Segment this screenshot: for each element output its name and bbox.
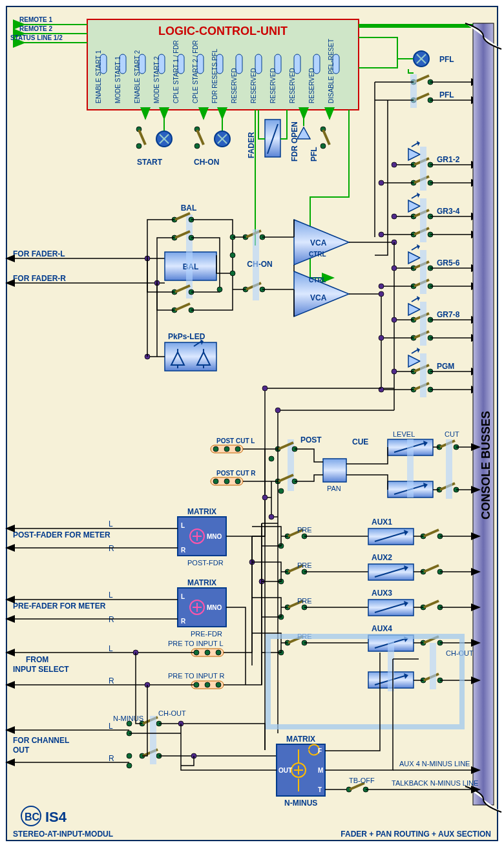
svg-point-157 (269, 456, 274, 461)
svg-text:MODE START 2: MODE START 2 (153, 56, 160, 103)
svg-text:TALKBACK N-MINUS LINE: TALKBACK N-MINUS LINE (392, 779, 478, 787)
svg-text:GR7-8: GR7-8 (437, 310, 460, 319)
svg-text:RESERVED: RESERVED (250, 68, 257, 103)
svg-point-170 (262, 386, 268, 391)
svg-rect-125 (420, 250, 426, 294)
svg-text:AUX2: AUX2 (372, 553, 392, 562)
svg-text:R: R (109, 676, 114, 685)
svg-text:R: R (181, 547, 186, 554)
svg-rect-237 (430, 643, 436, 689)
svg-text:PRE-FADER FOR METER: PRE-FADER FOR METER (13, 601, 106, 611)
svg-text:POST CUT R: POST CUT R (216, 470, 256, 477)
svg-rect-164 (446, 439, 452, 499)
svg-text:OUT: OUT (13, 746, 30, 755)
svg-text:RESERVED: RESERVED (308, 68, 315, 103)
svg-point-245 (127, 763, 132, 768)
diagram: LOGIC-CONTROL-UNIT REMOTE 1 REMOTE 2 STA… (0, 0, 504, 847)
svg-point-92 (217, 287, 222, 292)
svg-text:GR1-2: GR1-2 (437, 155, 460, 164)
svg-text:REMOTE 1: REMOTE 1 (19, 16, 53, 23)
svg-rect-159 (323, 459, 346, 482)
svg-rect-240 (150, 716, 156, 764)
svg-text:CONSOLE BUSSES: CONSOLE BUSSES (479, 411, 492, 519)
svg-text:MATRIX: MATRIX (187, 578, 216, 587)
svg-rect-137 (420, 353, 426, 397)
svg-text:PFL: PFL (439, 55, 454, 64)
svg-text:FOR FADER-R: FOR FADER-R (13, 274, 66, 283)
svg-text:CPLE  START 2 / FDR: CPLE START 2 / FDR (192, 40, 199, 103)
svg-text:VCA: VCA (310, 238, 327, 247)
svg-text:R: R (181, 618, 186, 625)
svg-point-142 (379, 180, 384, 185)
svg-text:PRE-FDR: PRE-FDR (191, 630, 222, 638)
svg-text:PkPs-LED: PkPs-LED (168, 332, 205, 341)
svg-text:GR3-4: GR3-4 (437, 207, 460, 216)
svg-text:GR5-6: GR5-6 (437, 258, 460, 267)
svg-text:RESERVED: RESERVED (231, 68, 238, 103)
chon-lamp (215, 131, 230, 147)
svg-text:STEREO-AT-INPUT-MODUL: STEREO-AT-INPUT-MODUL (13, 830, 113, 839)
svg-text:AUX4: AUX4 (372, 624, 392, 633)
svg-rect-113 (420, 147, 426, 191)
svg-text:PRE: PRE (297, 526, 312, 534)
svg-text:MATRIX: MATRIX (286, 735, 315, 744)
svg-text:L: L (109, 722, 113, 731)
svg-text:L: L (109, 519, 113, 528)
svg-rect-162 (407, 439, 414, 497)
svg-rect-97 (253, 229, 259, 300)
svg-text:PRE: PRE (297, 597, 312, 605)
svg-text:R: R (109, 544, 114, 553)
svg-text:PGM: PGM (437, 362, 454, 371)
svg-point-145 (392, 266, 397, 271)
svg-text:FADER: FADER (247, 132, 256, 158)
module-frame (6, 6, 498, 841)
svg-text:PRE TO INPUT R: PRE TO INPUT R (168, 672, 224, 680)
svg-text:FDR OPEN: FDR OPEN (290, 121, 299, 162)
svg-text:L: L (181, 522, 185, 529)
svg-text:POST: POST (300, 435, 322, 444)
svg-text:IS4: IS4 (45, 809, 67, 825)
svg-text:BC: BC (25, 811, 40, 822)
svg-text:CPLE  START 1 / FDR: CPLE START 1 / FDR (173, 40, 180, 103)
svg-point-242 (127, 721, 132, 726)
svg-point-94 (230, 253, 235, 258)
svg-text:FDR RESETS PFL: FDR RESETS PFL (211, 48, 218, 103)
svg-text:BAL: BAL (181, 204, 197, 213)
svg-text:START: START (137, 158, 163, 167)
svg-text:DISABLE PFL-RESET: DISABLE PFL-RESET (328, 39, 335, 103)
svg-text:FROM: FROM (26, 655, 48, 664)
svg-point-143 (392, 214, 397, 219)
svg-text:RESERVED: RESERVED (289, 68, 296, 103)
pfl-lamp-icon (414, 51, 429, 67)
svg-text:OUT: OUT (278, 767, 292, 774)
svg-text:FOR CHANNEL: FOR CHANNEL (13, 736, 69, 745)
lcu-title: LOGIC-CONTROL-UNIT (158, 25, 288, 37)
svg-text:ENABLE START 2: ENABLE START 2 (134, 50, 141, 103)
svg-text:CH-ON: CH-ON (247, 260, 272, 269)
svg-rect-131 (420, 302, 426, 346)
svg-text:CH-OUT: CH-OUT (158, 709, 186, 717)
svg-text:FADER + PAN  ROUTING + AUX SEC: FADER + PAN ROUTING + AUX SECTION (341, 830, 491, 839)
svg-text:VCA: VCA (310, 293, 327, 302)
svg-text:T: T (318, 786, 322, 793)
svg-point-149 (392, 369, 397, 374)
svg-point-141 (392, 162, 397, 167)
svg-point-184 (262, 495, 268, 500)
svg-text:CH-ON: CH-ON (194, 158, 219, 167)
svg-text:L: L (109, 591, 113, 600)
svg-text:PAN: PAN (327, 485, 341, 492)
svg-text:CTRL: CTRL (309, 251, 326, 258)
svg-text:CUT: CUT (445, 430, 459, 438)
svg-text:REMOTE 2: REMOTE 2 (19, 25, 53, 32)
svg-text:CUE: CUE (352, 437, 368, 446)
svg-text:R: R (109, 615, 114, 624)
svg-text:R: R (109, 754, 114, 763)
svg-text:AUX 4 N-MINUS LINE: AUX 4 N-MINUS LINE (399, 760, 470, 768)
svg-text:PRE TO INPUT L: PRE TO INPUT L (168, 640, 224, 647)
svg-rect-76 (410, 74, 417, 108)
svg-point-150 (379, 387, 384, 392)
svg-point-144 (379, 232, 384, 237)
svg-point-146 (379, 284, 384, 289)
svg-point-244 (127, 753, 132, 758)
svg-text:L: L (109, 644, 113, 653)
